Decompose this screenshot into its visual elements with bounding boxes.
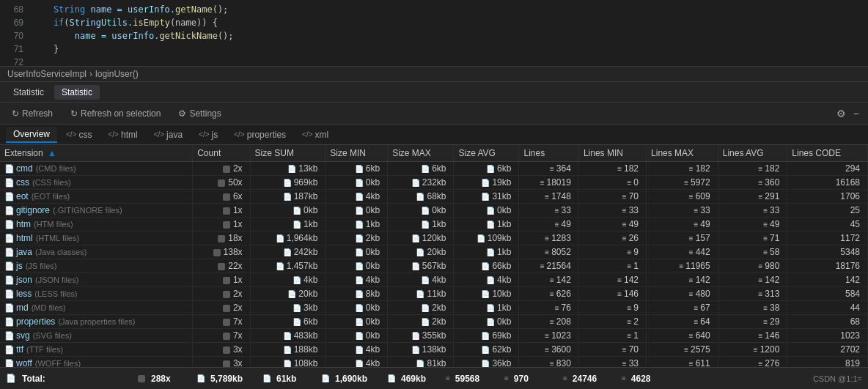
- footer-total-row: 📄 Total: 288x 📄 5,789kb 📄 61kb 📄 1,690kb…: [0, 367, 868, 389]
- cell-count: 50x: [193, 176, 250, 190]
- cell-lines-min: ≡26: [578, 231, 646, 245]
- cell-lines-max: ≡609: [647, 190, 718, 204]
- cell-lines-avg: ≡29: [718, 315, 787, 329]
- cell-count: 3x: [193, 343, 250, 357]
- cell-lines-avg: ≡360: [718, 176, 787, 190]
- line-numbers: 68 69 70 71 72: [0, 3, 29, 63]
- cell-size-avg: 📄0kb: [454, 204, 519, 218]
- cell-size-avg: 📄19kb: [454, 176, 519, 190]
- cell-size-min: 📄0kb: [326, 329, 388, 343]
- refresh-button[interactable]: ↻ Refresh: [7, 107, 57, 120]
- cell-size-min: 📄8kb: [326, 287, 388, 301]
- col-extension[interactable]: Extension ▲: [0, 145, 193, 162]
- refresh-on-selection-button[interactable]: ↻ Refresh on selection: [66, 107, 165, 120]
- footer-lines: ≡ 59568: [446, 374, 504, 384]
- cell-size-sum: 📄483kb: [250, 329, 326, 343]
- tab-css-icon: </>: [66, 130, 76, 138]
- footer-size-max: 📄 1,690kb: [321, 374, 387, 384]
- cell-lines-max: ≡480: [647, 287, 718, 301]
- cell-lines-code: 25: [787, 204, 868, 218]
- tab-java-icon: </>: [154, 130, 164, 138]
- tab-css[interactable]: </> css: [59, 127, 99, 142]
- col-lines-avg[interactable]: Lines AVG: [718, 145, 787, 162]
- cell-lines-code: 16168: [787, 176, 868, 190]
- cell-lines-code: 584: [787, 287, 868, 301]
- cell-lines-min: ≡1: [578, 329, 646, 343]
- table-row: 📄java(Java classes)138x📄242kb📄0kb📄20kb📄1…: [0, 245, 868, 259]
- cell-lines-code: 45: [787, 218, 868, 231]
- tab-statistic-1[interactable]: Statistic: [6, 85, 51, 100]
- cell-size-max: 📄0kb: [388, 204, 454, 218]
- cell-lines-min: ≡9: [578, 301, 646, 315]
- tab-js[interactable]: </> js: [191, 127, 225, 142]
- col-lines-code[interactable]: Lines CODE: [787, 145, 868, 162]
- cell-lines-max: ≡611: [647, 357, 718, 368]
- table-row: 📄less(LESS files)2x📄20kb📄8kb📄11kb📄10kb≡6…: [0, 287, 868, 301]
- cell-lines-min: ≡182: [578, 162, 646, 176]
- cell-size-min: 📄4kb: [326, 343, 388, 357]
- tab-statistic-2[interactable]: Statistic: [54, 85, 100, 100]
- tab-xml[interactable]: </> xml: [295, 127, 336, 142]
- breadcrumb-separator: ›: [89, 69, 92, 79]
- col-lines[interactable]: Lines: [519, 145, 578, 162]
- cell-size-max: 📄6kb: [388, 162, 454, 176]
- cell-lines-code: 294: [787, 162, 868, 176]
- cell-size-max: 📄68kb: [388, 190, 454, 204]
- cell-lines-code: 5348: [787, 245, 868, 259]
- gear-icon[interactable]: ⚙: [835, 106, 847, 121]
- cell-size-max: 📄2kb: [388, 315, 454, 329]
- col-lines-min[interactable]: Lines MIN: [578, 145, 646, 162]
- table-row: 📄gitignore(.GITIGNORE files)1x📄0kb📄0kb📄0…: [0, 204, 868, 218]
- stats-table-container[interactable]: Extension ▲ Count Size SUM Size MIN Size…: [0, 145, 868, 367]
- cell-size-max: 📄232kb: [388, 176, 454, 190]
- cell-lines-code: 142: [787, 273, 868, 287]
- cell-size-min: 📄0kb: [326, 176, 388, 190]
- cell-lines-avg: ≡291: [718, 190, 787, 204]
- cell-lines-avg: ≡49: [718, 218, 787, 231]
- cell-lines: ≡208: [519, 315, 578, 329]
- tab-html[interactable]: </> html: [100, 127, 144, 142]
- tab-xml-label: xml: [315, 130, 329, 140]
- col-size-min[interactable]: Size MIN: [326, 145, 388, 162]
- cell-size-max: 📄20kb: [388, 245, 454, 259]
- cell-count: 3x: [193, 357, 250, 368]
- settings-label: Settings: [189, 108, 221, 119]
- tab-overview[interactable]: Overview: [6, 127, 57, 143]
- cell-size-max: 📄1kb: [388, 218, 454, 231]
- cell-lines-min: ≡0: [578, 176, 646, 190]
- cell-ext: 📄md(MD files): [0, 301, 193, 315]
- tab-row: Statistic Statistic: [0, 82, 868, 103]
- settings-icon: ⚙: [178, 108, 186, 119]
- table-row: 📄woff(WOFF files)3x📄108kb📄4kb📄81kb📄36kb≡…: [0, 357, 868, 368]
- tab-properties[interactable]: </> properties: [227, 127, 293, 142]
- col-size-max[interactable]: Size MAX: [388, 145, 454, 162]
- table-row: 📄css(CSS files)50x📄969kb📄0kb📄232kb📄19kb≡…: [0, 176, 868, 190]
- cell-count: 2x: [193, 287, 250, 301]
- col-size-sum[interactable]: Size SUM: [250, 145, 326, 162]
- cell-size-max: 📄81kb: [388, 357, 454, 368]
- cell-lines-min: ≡146: [578, 287, 646, 301]
- cell-lines-min: ≡70: [578, 343, 646, 357]
- cell-lines-max: ≡33: [647, 204, 718, 218]
- tab-html-label: html: [121, 130, 138, 140]
- tab-overview-label: Overview: [13, 129, 50, 139]
- tab-java-label: java: [166, 130, 183, 140]
- tab-java[interactable]: </> java: [147, 127, 190, 142]
- col-count[interactable]: Count: [193, 145, 250, 162]
- cell-size-min: 📄1kb: [326, 218, 388, 231]
- col-size-avg[interactable]: Size AVG: [454, 145, 519, 162]
- cell-size-max: 📄355kb: [388, 329, 454, 343]
- cell-size-avg: 📄31kb: [454, 190, 519, 204]
- settings-button[interactable]: ⚙ Settings: [174, 107, 225, 120]
- col-lines-max[interactable]: Lines MAX: [647, 145, 718, 162]
- cell-size-min: 📄0kb: [326, 301, 388, 315]
- minimize-icon[interactable]: −: [852, 106, 861, 121]
- cell-lines-avg: ≡142: [718, 273, 787, 287]
- refresh-on-selection-label: Refresh on selection: [81, 108, 161, 119]
- cell-ext: 📄properties(Java properties files): [0, 315, 193, 329]
- cell-size-avg: 📄10kb: [454, 287, 519, 301]
- cell-ext: 📄json(JSON files): [0, 273, 193, 287]
- cell-lines: ≡830: [519, 357, 578, 368]
- refresh-icon: ↻: [12, 108, 19, 119]
- footer-lines-max: ≡ 24746: [563, 374, 622, 384]
